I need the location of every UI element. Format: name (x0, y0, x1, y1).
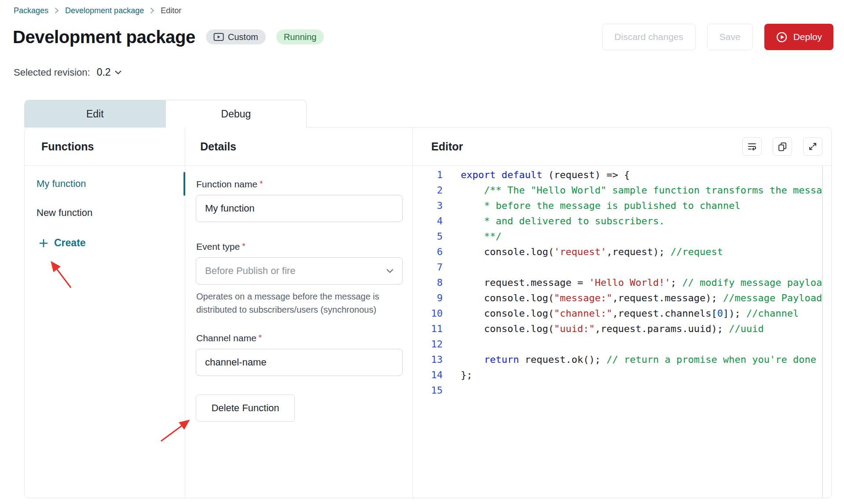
breadcrumb-packages[interactable]: Packages (14, 6, 48, 15)
line-number: 13 (413, 352, 443, 367)
functions-column: Functions My function New function Creat… (25, 128, 185, 498)
code-line: 8 request.message = 'Hello World!'; // m… (413, 275, 831, 290)
event-type-select[interactable]: Before Publish or fire (196, 257, 403, 285)
custom-badge: Custom (206, 29, 266, 44)
code-line: 11 console.log("uuid:",request.params.uu… (413, 321, 831, 336)
custom-badge-label: Custom (228, 32, 258, 42)
create-function-label: Create (54, 237, 86, 249)
code-line-text: console.log("message:",request.message);… (443, 290, 822, 306)
deploy-button[interactable]: Deploy (764, 24, 833, 50)
function-name-label: Function name* (196, 179, 402, 190)
code-line: 7 (413, 259, 831, 275)
event-type-helper-text: Operates on a message before the message… (196, 290, 395, 316)
editor-scrollbar[interactable] (822, 166, 823, 497)
function-item-label: New function (37, 207, 92, 219)
tab-bar: Edit Debug (24, 100, 307, 128)
code-line: 10 console.log("channel:",request.channe… (413, 306, 831, 321)
revision-selector[interactable]: 0.2 (97, 66, 121, 78)
running-badge-label: Running (284, 32, 317, 42)
code-editor[interactable]: 1export default (request) => {2 /** The … (413, 166, 831, 498)
function-item-label: My function (37, 178, 86, 190)
chevron-right-icon (55, 7, 59, 14)
code-line: 9 console.log("message:",request.message… (413, 290, 831, 306)
code-line-text: * before the message is published to cha… (443, 198, 741, 213)
revision-value: 0.2 (97, 66, 111, 78)
editor-header: Editor (413, 128, 831, 166)
running-badge: Running (276, 29, 324, 44)
word-wrap-button[interactable] (742, 137, 762, 156)
code-line: 5 **/ (413, 229, 831, 244)
code-line: 4 * and delivered to subscribers. (413, 213, 831, 229)
delete-function-button[interactable]: Delete Function (196, 394, 295, 422)
function-item-new-function[interactable]: New function (25, 198, 185, 227)
code-line: 1export default (request) => { (413, 167, 831, 183)
required-asterisk: * (259, 333, 262, 342)
copy-code-button[interactable] (773, 137, 792, 156)
header-actions: Discard changes Save Deploy (602, 24, 833, 50)
custom-package-icon (213, 33, 224, 41)
line-number: 8 (413, 275, 443, 290)
code-line-text: console.log("channel:",request.channels[… (443, 306, 799, 321)
revision-row: Selected revision: 0.2 (14, 66, 121, 78)
word-wrap-icon (747, 142, 757, 151)
code-line: 3 * before the message is published to c… (413, 198, 831, 213)
code-line-text: }; (443, 367, 473, 383)
editor-toolbar (742, 137, 822, 156)
revision-label: Selected revision: (14, 67, 90, 78)
code-line: 15 (413, 383, 831, 398)
code-line: 6 console.log('request',request); //requ… (413, 244, 831, 259)
channel-name-input[interactable] (196, 349, 403, 376)
code-lines: 1export default (request) => {2 /** The … (413, 167, 831, 398)
line-number: 7 (413, 259, 443, 275)
code-line-text: return request.ok(); // return a promise… (443, 352, 816, 367)
channel-name-label: Channel name* (196, 333, 402, 343)
code-line: 12 (413, 336, 831, 352)
channel-name-label-text: Channel name (196, 333, 257, 343)
code-line-text: console.log('request',request); //reques… (443, 244, 723, 259)
function-item-my-function[interactable]: My function (25, 169, 185, 198)
line-number: 5 (413, 229, 443, 244)
details-form: Function name* Event type* Before Publis… (185, 166, 412, 422)
tab-debug[interactable]: Debug (165, 100, 307, 128)
event-type-selected-value: Before Publish or fire (205, 265, 295, 277)
code-line: 14}; (413, 367, 831, 383)
create-function-button[interactable]: Create (39, 237, 185, 249)
breadcrumb: Packages Development package Editor (14, 4, 181, 17)
required-asterisk: * (242, 241, 245, 251)
save-button[interactable]: Save (707, 24, 753, 50)
page-title: Development package (13, 27, 195, 47)
function-name-input[interactable] (196, 195, 403, 222)
discard-changes-button[interactable]: Discard changes (602, 24, 695, 50)
code-line-text (443, 383, 461, 398)
expand-icon (808, 142, 818, 151)
line-number: 11 (413, 321, 443, 336)
line-number: 14 (413, 367, 443, 383)
event-type-label: Event type* (196, 241, 402, 252)
code-line-text: /** The "Hello World" sample function tr… (443, 183, 822, 198)
code-line-text: **/ (443, 229, 502, 244)
code-line: 13 return request.ok(); // return a prom… (413, 352, 831, 367)
code-line: 2 /** The "Hello World" sample function … (413, 183, 831, 198)
chevron-down-icon (386, 269, 393, 274)
play-icon (776, 31, 788, 43)
line-number: 4 (413, 213, 443, 229)
line-number: 2 (413, 183, 443, 198)
tab-edit[interactable]: Edit (25, 100, 165, 128)
expand-editor-button[interactable] (803, 137, 822, 156)
details-panel-title: Details (185, 128, 412, 166)
line-number: 6 (413, 244, 443, 259)
chevron-down-icon (115, 70, 121, 75)
editor-column: Editor (413, 128, 831, 498)
required-asterisk: * (260, 179, 263, 188)
package-editor-panel: Functions My function New function Creat… (24, 127, 832, 498)
breadcrumb-editor: Editor (161, 6, 181, 15)
code-line-text: * and delivered to subscribers. (443, 213, 665, 229)
breadcrumb-development-package[interactable]: Development package (65, 6, 144, 15)
functions-panel-title: Functions (25, 128, 185, 166)
line-number: 9 (413, 290, 443, 306)
line-number: 12 (413, 336, 443, 352)
editor-panel-title: Editor (431, 140, 463, 153)
code-line-text (443, 336, 461, 352)
code-line-text (443, 259, 461, 275)
copy-icon (778, 142, 787, 151)
